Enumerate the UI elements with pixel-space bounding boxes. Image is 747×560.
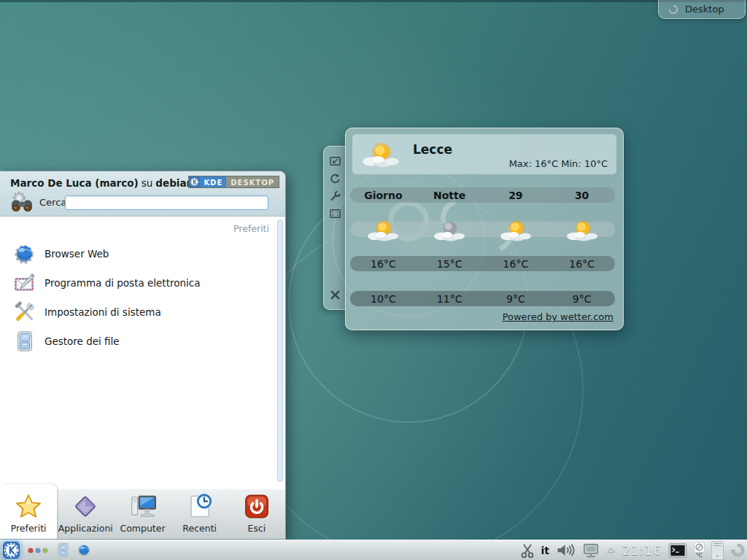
weather-widget-handle[interactable]: [323, 146, 346, 310]
mail-icon: [14, 272, 36, 294]
desktop-top-shade: [0, 0, 747, 2]
weather-night-temps-row: 10°C 11°C 9°C 9°C: [350, 291, 615, 306]
kickoff-menu: Marco De Luca (marco)sudebian KDE DESKTO…: [0, 171, 286, 540]
desktop-toolbox-label: Desktop: [685, 4, 724, 15]
search-row: Cerca:: [0, 190, 285, 217]
kickoff-tabbar: Preferiti Applicazioni Computer Recenti …: [0, 484, 285, 539]
rotate-icon[interactable]: [329, 173, 341, 184]
desktop-toolbox[interactable]: Desktop: [658, 0, 746, 19]
day-temp: 16°C: [549, 258, 615, 270]
menu-item-email[interactable]: Programma di posta elettronica: [0, 268, 275, 298]
terminal-icon[interactable]: [668, 542, 687, 559]
power-icon: [243, 493, 271, 520]
kmenu-button[interactable]: [2, 542, 20, 559]
weather-columns-row: Giorno Notte 29 30: [350, 187, 615, 203]
menu-item-label: Programma di posta elettronica: [44, 277, 200, 289]
day-temp: 16°C: [350, 258, 417, 270]
weather-tray-item[interactable]: °C: [694, 542, 705, 559]
cashew-icon: [667, 4, 679, 15]
tab-label: Computer: [120, 523, 165, 534]
file-cabinet-icon: [14, 330, 36, 352]
star-icon: [15, 493, 42, 520]
keyboard-layout-indicator[interactable]: it: [541, 545, 550, 556]
tab-label: Preferiti: [11, 523, 47, 534]
tools-icon: [14, 301, 36, 323]
resize-icon[interactable]: [329, 155, 341, 167]
taskbar-panel: it 21:16 °C: [0, 540, 747, 560]
tab-esci[interactable]: Esci: [228, 484, 285, 539]
weather-icons-row: [350, 222, 615, 237]
user-name: Marco De Luca (marco): [10, 177, 139, 189]
browser-launcher[interactable]: [77, 543, 91, 557]
tab-label: Esci: [248, 523, 266, 534]
sun-cloud-icon: [361, 141, 400, 168]
weather-credit-link[interactable]: Powered by wetter.com: [503, 311, 614, 322]
recent-doc-icon: [186, 493, 214, 520]
menu-item-label: Browser Web: [44, 248, 109, 260]
menu-item-system-settings[interactable]: Impostazioni di sistema: [0, 298, 275, 327]
user-separator: su: [139, 177, 156, 189]
weather-column-label: 29: [483, 190, 549, 201]
kde-desktop-badge: KDE DESKTOP: [188, 176, 279, 188]
volume-icon[interactable]: [556, 542, 576, 558]
kickoff-favorites-view: Preferiti Browser Web Programma di posta…: [0, 217, 285, 484]
tab-label: Applicazioni: [58, 523, 113, 534]
menu-item-label: Gestore dei file: [44, 335, 120, 347]
kde-logo-icon: [2, 542, 20, 559]
activity-dots-icon[interactable]: [27, 547, 49, 554]
sun-cloud-icon: [499, 219, 533, 242]
weather-column-label: Notte: [417, 190, 483, 201]
sun-cloud-icon: [366, 219, 400, 242]
favorites-section-label: Preferiti: [233, 223, 269, 234]
weather-city: Lecce: [413, 142, 452, 157]
tab-computer[interactable]: Computer: [114, 484, 171, 539]
badge-desktop-label: DESKTOP: [226, 176, 279, 187]
day-temp: 15°C: [417, 258, 483, 270]
night-temp: 11°C: [417, 293, 483, 305]
weather-widget: Lecce Max: 16°C Min: 10°C Giorno Notte 2…: [345, 128, 624, 330]
night-temp: 10°C: [350, 293, 417, 305]
search-input[interactable]: [65, 195, 268, 210]
menu-item-browser-web[interactable]: Browser Web: [0, 239, 275, 268]
tray-expander-icon[interactable]: [606, 547, 616, 553]
file-manager-launcher[interactable]: [55, 542, 71, 558]
menu-item-file-manager[interactable]: Gestore dei file: [0, 327, 275, 356]
kde-logo-icon: [190, 177, 199, 187]
configure-wrench-icon[interactable]: [329, 190, 341, 202]
weather-column-label: 30: [549, 190, 615, 201]
night-temp: 9°C: [483, 293, 549, 305]
panel-strip-widget[interactable]: [711, 541, 724, 560]
digital-clock[interactable]: 21:16: [622, 543, 662, 558]
diamond-icon: [71, 493, 99, 520]
computer-icon: [129, 493, 157, 520]
night-temp: 9°C: [549, 293, 615, 305]
clipboard-scissors-icon[interactable]: [520, 542, 535, 559]
menu-item-label: Impostazioni di sistema: [44, 306, 161, 318]
tab-recenti[interactable]: Recenti: [171, 484, 228, 539]
globe-gear-icon: [14, 243, 36, 265]
kickoff-user-title: Marco De Luca (marco)sudebian: [10, 177, 193, 189]
weather-status-icon: [694, 542, 705, 553]
weather-column-label: Giorno: [350, 190, 417, 201]
weather-header: Lecce Max: 16°C Min: 10°C: [352, 134, 616, 174]
weather-maxmin: Max: 16°C Min: 10°C: [509, 158, 608, 169]
desktop: Desktop Lecce Max: 16°C Min: 10°C Giorno…: [0, 0, 747, 560]
moon-cloud-icon: [433, 219, 466, 242]
tab-label: Recenti: [182, 523, 217, 534]
weather-day-temps-row: 16°C 15°C 16°C 16°C: [350, 256, 615, 271]
weather-unit-label: °C: [696, 553, 703, 559]
close-icon[interactable]: [329, 289, 341, 301]
badge-kde-label: KDE: [200, 176, 226, 187]
host-name: debian: [155, 177, 193, 189]
network-monitor-icon[interactable]: [582, 542, 600, 559]
scrollbar[interactable]: [277, 219, 283, 482]
kickoff-header: Marco De Luca (marco)sudebian KDE DESKTO…: [0, 171, 285, 217]
maximize-icon[interactable]: [329, 208, 341, 219]
search-binoculars-icon: [9, 190, 34, 215]
sun-cloud-icon: [565, 219, 599, 242]
tab-preferiti[interactable]: Preferiti: [0, 484, 57, 539]
panel-cashew-icon[interactable]: [730, 542, 746, 558]
day-temp: 16°C: [483, 258, 549, 270]
tab-applicazioni[interactable]: Applicazioni: [57, 484, 114, 539]
